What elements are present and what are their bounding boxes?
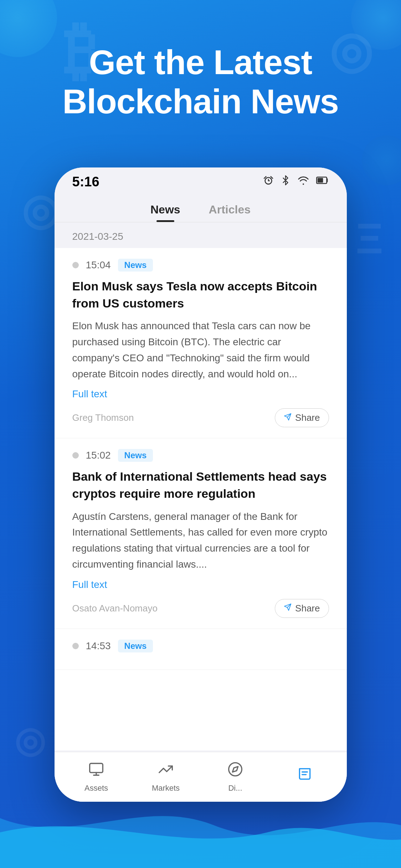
news-dot-1 (72, 262, 79, 268)
news-item-1: 15:04 News Elon Musk says Tesla now acce… (55, 248, 347, 438)
news-excerpt-1: Elon Musk has announced that Tesla cars … (72, 318, 329, 382)
hero-section: Get the Latest Blockchain News (0, 43, 401, 122)
bottom-wave (0, 790, 401, 868)
news-badge-1: News (118, 259, 153, 272)
full-text-link-2[interactable]: Full text (72, 579, 329, 590)
full-text-link-1[interactable]: Full text (72, 388, 329, 400)
share-icon-1 (284, 413, 292, 423)
nav-item-markets[interactable]: Markets (131, 761, 201, 793)
bg-icon-crypto-5: ◎ (14, 719, 45, 761)
tab-news[interactable]: News (150, 203, 180, 222)
news-meta-1: 15:04 News (72, 259, 329, 272)
news-footer-2: Osato Avan-Nomayo Share (72, 599, 329, 618)
discover-icon (227, 761, 243, 781)
news-excerpt-2: Agustín Carstens, general manager of the… (72, 509, 329, 573)
news-author-1: Greg Thomson (72, 412, 134, 423)
phone-frame: 5:16 (55, 167, 347, 802)
bluetooth-icon (281, 175, 291, 189)
status-time: 5:16 (72, 174, 99, 190)
news-time-2: 15:02 (86, 450, 111, 461)
svg-point-12 (229, 763, 242, 776)
news-meta-3: 14:53 News (72, 640, 329, 652)
news-time-1: 15:04 (86, 259, 111, 271)
share-button-2[interactable]: Share (275, 599, 329, 618)
markets-icon (158, 761, 174, 781)
news-title-2[interactable]: Bank of International Settlements head s… (72, 468, 329, 502)
hero-line1: Get the Latest (89, 43, 312, 81)
date-label: 2021-03-25 (72, 231, 123, 242)
news-nav-icon (297, 766, 313, 785)
status-icons (263, 175, 329, 189)
hero-title: Get the Latest Blockchain News (29, 43, 372, 122)
assets-icon (88, 761, 104, 781)
bg-circle-3 (362, 135, 401, 185)
news-author-2: Osato Avan-Nomayo (72, 603, 158, 614)
tab-articles[interactable]: Articles (209, 203, 251, 222)
svg-marker-13 (232, 766, 238, 772)
alarm-icon (263, 175, 274, 189)
share-button-1[interactable]: Share (275, 408, 329, 427)
share-label-2: Share (295, 603, 320, 614)
wifi-icon (297, 175, 310, 189)
status-bar: 5:16 (55, 167, 347, 196)
news-feed[interactable]: 15:04 News Elon Musk says Tesla now acce… (55, 248, 347, 750)
news-meta-2: 15:02 News (72, 449, 329, 462)
tab-bar: News Articles (55, 196, 347, 222)
news-time-3: 14:53 (86, 640, 111, 652)
hero-line2: Blockchain News (62, 82, 339, 120)
nav-item-discover[interactable]: Di... (201, 761, 270, 793)
nav-item-news[interactable] (270, 766, 340, 788)
date-header: 2021-03-25 (55, 222, 347, 248)
bg-icon-crypto-4: Ξ (356, 214, 383, 263)
news-dot-3 (72, 643, 79, 649)
news-item-2: 15:02 News Bank of International Settlem… (55, 438, 347, 629)
share-icon-2 (284, 603, 292, 613)
nav-item-assets[interactable]: Assets (62, 761, 131, 793)
bg-icon-crypto-3: ◎ (21, 185, 59, 235)
svg-rect-9 (90, 763, 103, 773)
battery-icon (316, 175, 329, 189)
share-label-1: Share (295, 412, 320, 423)
tab-underline (156, 220, 174, 222)
phone-container: 5:16 (55, 167, 347, 809)
news-title-1[interactable]: Elon Musk says Tesla now accepts Bitcoin… (72, 278, 329, 312)
news-badge-3: News (118, 640, 153, 652)
news-item-3: 14:53 News (55, 629, 347, 670)
svg-rect-4 (317, 178, 323, 183)
news-badge-2: News (118, 449, 153, 462)
news-dot-2 (72, 452, 79, 459)
news-footer-1: Greg Thomson Share (72, 408, 329, 427)
